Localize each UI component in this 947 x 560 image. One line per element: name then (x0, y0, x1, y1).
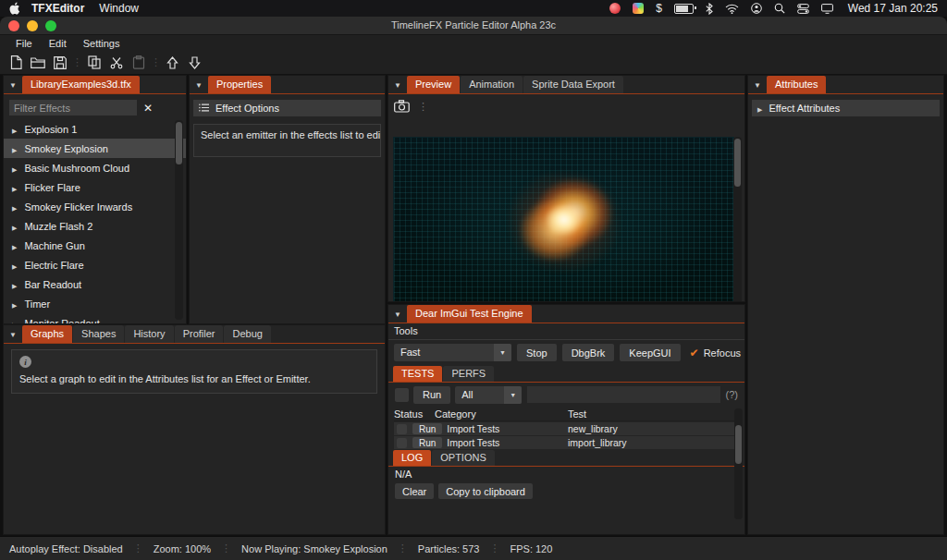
expand-icon[interactable] (12, 279, 17, 290)
move-down-button[interactable] (185, 53, 204, 72)
keepgui-button[interactable]: KeepGUI (620, 344, 680, 361)
chevron-down-icon[interactable] (494, 344, 511, 361)
tab-graphs[interactable]: Graphs (22, 325, 72, 343)
clear-button[interactable]: Clear (395, 483, 434, 499)
menubar-app-name[interactable]: TFXEditor (31, 2, 84, 15)
tab-attributes[interactable]: Attributes (767, 76, 826, 93)
menubar-clock[interactable]: Wed 17 Jan 20:25 (848, 2, 938, 15)
run-all-checkbox[interactable] (395, 388, 409, 402)
chevron-down-icon[interactable] (504, 386, 522, 404)
expand-icon[interactable] (12, 260, 17, 271)
effect-item[interactable]: Monitor Readout (4, 313, 186, 323)
scrollbar[interactable] (175, 120, 183, 320)
collapse-panel-icon[interactable] (748, 77, 767, 93)
tab-tests[interactable]: TESTS (393, 366, 442, 382)
preview-menu-dots-icon[interactable] (418, 101, 428, 113)
fullscreen-button[interactable] (45, 20, 56, 31)
effect-item[interactable]: Electric Flare (4, 255, 186, 274)
refocus-checkbox[interactable]: Refocus (690, 347, 741, 359)
bluetooth-icon[interactable] (706, 2, 713, 15)
tab-log[interactable]: LOG (393, 450, 431, 466)
battery-icon[interactable] (674, 4, 694, 14)
expand-icon[interactable] (12, 143, 17, 154)
expand-icon[interactable] (757, 103, 762, 114)
dollar-icon[interactable] (656, 2, 662, 15)
collapse-panel-icon[interactable] (388, 306, 407, 323)
menubar-item-window[interactable]: Window (99, 2, 139, 15)
test-checkbox[interactable] (397, 424, 407, 434)
test-checkbox[interactable] (397, 438, 407, 448)
effect-item[interactable]: Bar Readout (4, 274, 186, 294)
filter-effects-input[interactable] (9, 100, 137, 116)
col-test[interactable]: Test (568, 408, 739, 420)
tab-perfs[interactable]: PERFS (443, 366, 494, 382)
menubar-app-icon[interactable] (633, 3, 644, 14)
effect-options-header[interactable]: Effect Options (193, 100, 381, 116)
scrollbar-thumb[interactable] (176, 122, 182, 164)
expand-icon[interactable] (12, 124, 17, 135)
collapse-panel-icon[interactable] (190, 77, 208, 93)
scrollbar-thumb[interactable] (734, 139, 741, 187)
stop-button[interactable]: Stop (517, 344, 557, 361)
tab-profiler[interactable]: Profiler (175, 325, 224, 343)
effect-item[interactable]: Explosion 1 (4, 119, 186, 139)
tab-properties[interactable]: Properties (208, 76, 271, 93)
tab-shapes[interactable]: Shapes (73, 325, 124, 343)
user-icon[interactable] (751, 2, 762, 15)
filter-combo[interactable]: All (455, 386, 522, 404)
collapse-panel-icon[interactable] (4, 77, 22, 93)
expand-icon[interactable] (12, 221, 17, 232)
scrollbar[interactable] (734, 408, 743, 519)
new-file-button[interactable] (6, 53, 25, 72)
expand-icon[interactable] (12, 182, 17, 193)
tab-preview[interactable]: Preview (407, 76, 460, 93)
test-filter-input[interactable] (526, 385, 720, 404)
copy-clipboard-button[interactable]: Copy to clipboard (438, 483, 533, 499)
expand-icon[interactable] (12, 163, 17, 174)
search-icon[interactable] (774, 2, 785, 15)
tab-sprite-data-export[interactable]: Sprite Data Export (523, 76, 623, 93)
col-category[interactable]: Category (435, 408, 568, 420)
effect-attributes-header[interactable]: Effect Attributes (752, 100, 940, 116)
collapse-panel-icon[interactable] (388, 77, 407, 93)
effect-item[interactable]: Machine Gun (4, 236, 186, 255)
expand-icon[interactable] (12, 201, 17, 213)
run-button[interactable]: Run (413, 386, 450, 404)
clear-filter-icon[interactable] (143, 102, 153, 115)
effect-item[interactable]: Flicker Flare (4, 177, 186, 197)
tab-library-file[interactable]: LibraryExamples3d.tfx (22, 76, 140, 93)
apple-menu-icon[interactable] (9, 2, 20, 15)
effect-item-selected[interactable]: Smokey Explosion (4, 139, 186, 158)
display-icon[interactable] (821, 2, 833, 15)
tab-options[interactable]: OPTIONS (432, 450, 495, 466)
scrollbar-thumb[interactable] (735, 425, 742, 464)
effect-item[interactable]: Smokey Flicker Inwards (4, 197, 186, 216)
expand-icon[interactable] (12, 318, 17, 324)
preview-viewport[interactable] (393, 137, 734, 301)
expand-icon[interactable] (12, 240, 17, 251)
expand-icon[interactable] (12, 298, 17, 310)
close-button[interactable] (8, 20, 19, 31)
test-row[interactable]: RunImport Tests new_library (394, 422, 739, 435)
test-row[interactable]: RunImport Tests import_library (394, 436, 739, 449)
scrollbar[interactable] (733, 137, 742, 301)
copy-button[interactable] (84, 53, 104, 72)
control-center-icon[interactable] (797, 2, 809, 15)
speed-combo[interactable]: Fast (394, 344, 511, 361)
effect-item[interactable]: Muzzle Flash 2 (4, 216, 186, 236)
row-run-button[interactable]: Run (412, 423, 442, 434)
move-up-button[interactable] (163, 53, 182, 72)
camera-icon[interactable] (394, 100, 410, 115)
window-titlebar[interactable]: TimelineFX Particle Editor Alpha 23c (0, 17, 947, 35)
dbgbrk-button[interactable]: DbgBrk (562, 344, 615, 361)
cut-button[interactable] (106, 53, 126, 72)
col-status[interactable]: Status (394, 408, 435, 420)
wifi-icon[interactable] (725, 2, 739, 15)
tab-debug[interactable]: Debug (224, 325, 270, 343)
effect-item[interactable]: Timer (4, 294, 186, 313)
effect-item[interactable]: Basic Mushroom Cloud (4, 158, 186, 177)
tab-animation[interactable]: Animation (461, 76, 523, 93)
collapse-panel-icon[interactable] (4, 326, 22, 343)
paste-button[interactable] (129, 53, 148, 72)
screen-record-icon[interactable] (609, 3, 621, 14)
